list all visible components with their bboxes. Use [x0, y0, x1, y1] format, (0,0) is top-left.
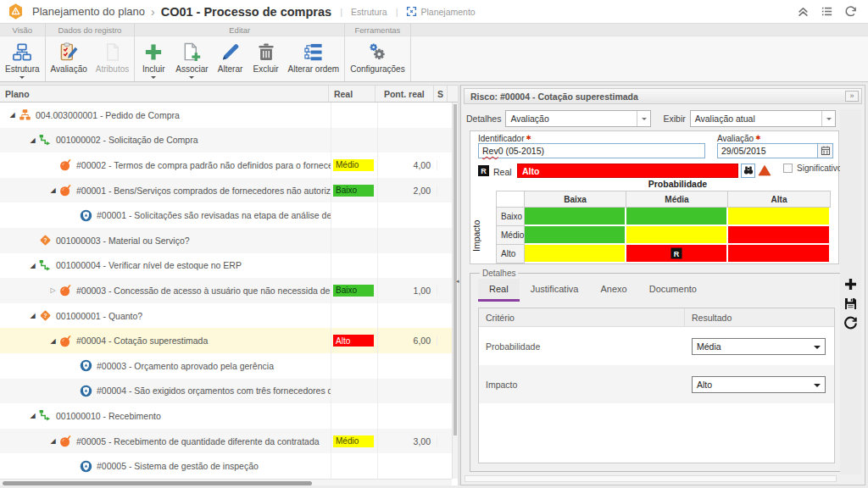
ribbon-group-visao: VisãoEstrutura [0, 24, 46, 81]
tree-row-label: #00004 - São exigidos orçamentos com trê… [97, 385, 331, 396]
tree-row[interactable]: ◢001000004 - Verificar nível de estoque … [0, 253, 452, 279]
tree-row[interactable]: ◢001000002 - Solicitação de Compra [0, 128, 452, 153]
tree-row[interactable]: #00002 - Termos de compra padrão não def… [0, 152, 452, 178]
expand-toggle-icon[interactable]: ◢ [47, 337, 58, 345]
collapse-left-icon[interactable]: ◂ [456, 278, 459, 285]
risk-level-badge: Baixo [333, 185, 374, 197]
identificador-label: Identificador✱ [478, 134, 531, 143]
avaliacao-date-input[interactable]: 29/05/2015 [717, 143, 833, 158]
top-bar: Planejamento do plano › CO01 - Processo … [0, 0, 868, 24]
tree-row-label: #00002 - Termos de compra padrão não def… [76, 160, 331, 170]
configuracoes-button[interactable]: Configurações [346, 38, 409, 81]
trash-gray-icon [254, 41, 277, 63]
expand-toggle-icon[interactable]: ◢ [27, 312, 38, 319]
criterio-label: Impacto [479, 380, 685, 390]
list-view-button[interactable] [821, 5, 833, 18]
probabilidade-select[interactable]: Média [692, 338, 826, 355]
criteria-table-header: Critério Resultado [479, 308, 834, 327]
tree-row[interactable]: ◢#00004 - Cotação superestimadaAlto6,00 [0, 328, 452, 353]
detalhes-select[interactable]: Avaliação [505, 110, 651, 127]
collapse-all-button[interactable] [797, 5, 810, 18]
column-header-real[interactable]: Real [329, 86, 376, 102]
nav-estrutura[interactable]: Estrutura [351, 7, 387, 17]
pont-real-value: 2,00 [378, 186, 437, 196]
flow-step-icon [39, 259, 52, 272]
pont-real-value: 6,00 [378, 336, 437, 346]
tree-row[interactable]: ▷#00003 - Concessão de acesso à usuário … [0, 278, 452, 303]
collapse-toggle-icon[interactable]: ▷ [47, 286, 58, 294]
refresh-button[interactable] [843, 316, 858, 330]
tree-row[interactable]: ?001000003 - Material ou Serviço? [0, 228, 452, 253]
significativo-checkbox[interactable] [783, 164, 793, 173]
pont-real-value: 3,00 [378, 436, 437, 446]
avaliacao-button[interactable]: Avaliação [47, 38, 92, 81]
tab-anexo[interactable]: Anexo [589, 279, 637, 302]
matrix-cell[interactable] [626, 208, 728, 226]
tree-row[interactable]: #00001 - Solicitações são revisadas na e… [0, 202, 452, 228]
tree-row[interactable]: ◢#00005 - Recebimento de quantidade dife… [0, 429, 452, 454]
estrutura-button[interactable]: Estrutura [1, 38, 44, 81]
matrix-cell[interactable] [525, 226, 626, 245]
matrix-cell[interactable] [728, 245, 831, 263]
horizontal-scrollbar[interactable] [0, 479, 452, 485]
ribbon-group-label: Editar [135, 24, 344, 36]
matrix-cell[interactable]: R [626, 245, 728, 263]
tree-row[interactable]: ◢?001000001 - Quanto? [0, 303, 452, 329]
expand-toggle-icon[interactable]: ◢ [7, 111, 18, 119]
vertical-scrollbar[interactable] [452, 103, 458, 479]
required-icon: ✱ [526, 134, 531, 141]
tree-row[interactable]: #00003 - Orçamento aprovado pela gerênci… [0, 353, 452, 379]
refresh-page-button[interactable] [844, 5, 857, 18]
panel-bottom-bar [465, 475, 837, 482]
binoculars-button[interactable] [741, 164, 755, 178]
incluir-button[interactable]: Incluir [136, 38, 171, 81]
identificador-input[interactable]: Rev 0 (05-2015) [478, 143, 705, 158]
tree-row[interactable]: #00005 - Sistema de gestão de inspeção [0, 453, 452, 479]
expand-toggle-icon[interactable]: ◢ [27, 412, 38, 419]
tab-documento[interactable]: Documento [638, 279, 708, 302]
tab-real[interactable]: Real [478, 279, 520, 302]
matrix-cell[interactable] [728, 208, 831, 226]
tree-row-label: #00004 - Cotação superestimada [76, 336, 208, 346]
matrix-cell[interactable] [525, 208, 626, 226]
pencil-blue-icon [219, 41, 242, 63]
divider: | [396, 7, 398, 17]
tree-row[interactable]: ◢004.003000001 - Pedido de Compra [0, 103, 452, 128]
expand-toggle-icon[interactable]: ◢ [47, 437, 58, 445]
expand-toggle-icon[interactable]: ◢ [47, 186, 58, 194]
expand-toggle-icon[interactable]: ◢ [27, 262, 38, 269]
matrix-cell[interactable] [525, 245, 626, 263]
chevron-down-icon [821, 111, 835, 126]
save-button[interactable] [843, 297, 858, 311]
associar-button[interactable]: Associar [171, 38, 212, 81]
button-label: Avaliação [51, 64, 87, 74]
impacto-select[interactable]: Alto [692, 376, 826, 393]
tree-row[interactable]: ◢001000010 - Recebimento [0, 403, 452, 429]
add-button[interactable] [843, 277, 858, 291]
tab-justificativa[interactable]: Justificativa [520, 279, 590, 302]
bomb-icon [59, 158, 72, 171]
column-header-plano[interactable]: Plano [0, 86, 329, 102]
column-header-pont-real[interactable]: Pont. real [376, 86, 435, 102]
alterar-button[interactable]: Alterar [213, 38, 248, 81]
expand-toggle-icon[interactable]: ◢ [27, 136, 38, 144]
svg-text:?: ? [44, 313, 47, 319]
detalhes-fieldset-legend: Detalhes [480, 269, 518, 278]
exibir-select[interactable]: Avaliação atual [690, 110, 836, 127]
column-header-s[interactable]: S [434, 86, 448, 102]
expand-panel-button[interactable]: » [845, 91, 859, 102]
reload-icon [843, 316, 858, 330]
matrix-cell[interactable] [728, 226, 831, 245]
horizontal-scrollbar-thumb[interactable] [3, 481, 312, 485]
ribbon-toolbar: VisãoEstruturaDados do registroAvaliação… [0, 24, 868, 82]
tree-row[interactable]: ◢#00001 - Bens/Serviços comprados de for… [0, 178, 452, 203]
vertical-scrollbar-thumb[interactable] [453, 104, 457, 435]
matrix-cell[interactable] [626, 226, 728, 245]
excluir-button[interactable]: Excluir [248, 38, 284, 81]
real-label: Real [493, 167, 512, 177]
nav-planejamento[interactable]: Planejamento [406, 6, 475, 17]
calendar-icon[interactable] [817, 144, 832, 158]
alterar-ordem-button[interactable]: Alterar ordem [284, 38, 344, 81]
tree-row[interactable]: #00004 - São exigidos orçamentos com trê… [0, 379, 452, 404]
breadcrumb-root[interactable]: Planejamento do plano [32, 5, 145, 18]
